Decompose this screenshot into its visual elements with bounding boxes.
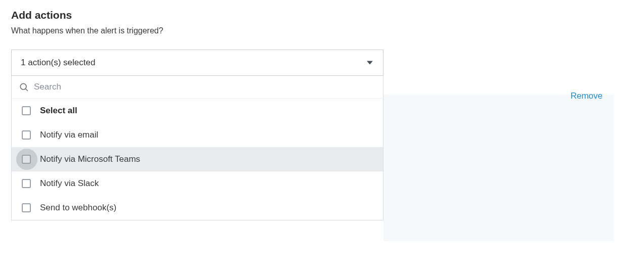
- option-notify-email[interactable]: Notify via email: [12, 123, 383, 147]
- selected-actions-panel: Remove: [383, 50, 633, 101]
- dropdown-selected-text: 1 action(s) selected: [21, 58, 95, 68]
- checkbox[interactable]: [22, 179, 31, 188]
- option-notify-slack[interactable]: Notify via Slack: [12, 171, 383, 196]
- actions-dropdown-panel: Select all Notify via email Notify via M…: [11, 76, 383, 220]
- option-label: Notify via Slack: [40, 178, 99, 189]
- dropdown-search-row: [12, 76, 383, 99]
- option-send-webhook[interactable]: Send to webhook(s): [12, 196, 383, 220]
- option-select-all[interactable]: Select all: [12, 99, 383, 123]
- section-title: Add actions: [11, 9, 633, 21]
- option-notify-microsoft-teams[interactable]: Notify via Microsoft Teams: [12, 147, 383, 171]
- checkbox[interactable]: [22, 203, 31, 212]
- option-label: Select all: [40, 106, 77, 116]
- dropdown-option-list: Select all Notify via email Notify via M…: [12, 99, 383, 220]
- actions-dropdown: 1 action(s) selected Select all Notify: [11, 50, 383, 220]
- checkbox[interactable]: [22, 130, 31, 140]
- search-icon: [19, 82, 29, 92]
- actions-dropdown-toggle[interactable]: 1 action(s) selected: [11, 50, 383, 76]
- option-label: Send to webhook(s): [40, 203, 116, 213]
- svg-line-1: [26, 89, 28, 91]
- checkbox[interactable]: [22, 155, 31, 164]
- remove-action-link[interactable]: Remove: [571, 91, 603, 101]
- dropdown-search-input[interactable]: [34, 82, 376, 92]
- option-label: Notify via Microsoft Teams: [40, 154, 140, 164]
- option-label: Notify via email: [40, 130, 98, 140]
- chevron-down-icon: [367, 61, 373, 65]
- section-subtitle: What happens when the alert is triggered…: [11, 26, 633, 35]
- checkbox[interactable]: [22, 106, 31, 115]
